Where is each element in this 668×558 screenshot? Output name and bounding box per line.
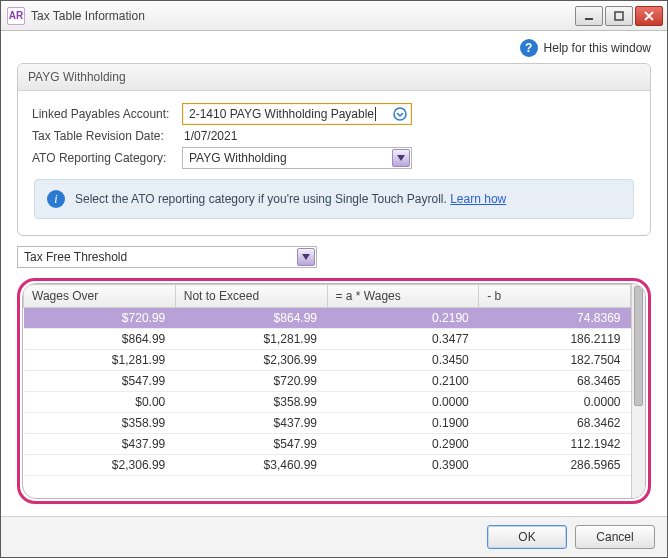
table-cell[interactable]: $720.99 xyxy=(175,371,327,392)
svg-rect-1 xyxy=(615,12,623,20)
ok-button[interactable]: OK xyxy=(487,525,567,549)
table-row[interactable]: $547.99$720.990.210068.3465 xyxy=(24,371,631,392)
linked-account-label: Linked Payables Account: xyxy=(32,107,182,121)
titlebar: AR Tax Table Information xyxy=(1,1,667,31)
vertical-scrollbar[interactable] xyxy=(631,284,645,498)
table-cell[interactable]: 286.5965 xyxy=(479,455,631,476)
content-area: ? Help for this window PAYG Withholding … xyxy=(1,31,667,516)
table-header-row: Wages Over Not to Exceed = a * Wages - b xyxy=(24,285,631,308)
table-row[interactable]: $2,306.99$3,460.990.3900286.5965 xyxy=(24,455,631,476)
table-cell[interactable]: 0.2900 xyxy=(327,434,479,455)
table-cell[interactable]: $2,306.99 xyxy=(175,350,327,371)
linked-account-row: Linked Payables Account: 2-1410 PAYG Wit… xyxy=(32,103,636,125)
table-highlight-frame: Wages Over Not to Exceed = a * Wages - b… xyxy=(17,278,651,504)
table-row[interactable]: $1,281.99$2,306.990.3450182.7504 xyxy=(24,350,631,371)
learn-how-link[interactable]: Learn how xyxy=(450,192,506,206)
table-cell[interactable]: $358.99 xyxy=(175,392,327,413)
chevron-down-icon[interactable] xyxy=(392,149,410,167)
app-icon: AR xyxy=(7,7,25,25)
revision-date-value: 1/07/2021 xyxy=(182,129,237,143)
table-cell[interactable]: $864.99 xyxy=(24,329,176,350)
linked-account-value: 2-1410 PAYG Withholding Payable xyxy=(189,107,374,121)
table-cell[interactable]: 0.2190 xyxy=(327,308,479,329)
table-cell[interactable]: $3,460.99 xyxy=(175,455,327,476)
account-lookup-icon[interactable] xyxy=(392,106,408,122)
scrollbar-thumb[interactable] xyxy=(634,286,643,406)
table-cell[interactable]: 0.3900 xyxy=(327,455,479,476)
table-cell[interactable]: $358.99 xyxy=(24,413,176,434)
ato-category-select[interactable]: PAYG Withholding xyxy=(182,147,412,169)
ato-category-value: PAYG Withholding xyxy=(189,151,287,165)
table-cell[interactable]: 74.8369 xyxy=(479,308,631,329)
help-row: ? Help for this window xyxy=(17,39,651,57)
chevron-down-icon[interactable] xyxy=(297,248,315,266)
revision-date-label: Tax Table Revision Date: xyxy=(32,129,182,143)
table-cell[interactable]: 68.3465 xyxy=(479,371,631,392)
help-icon[interactable]: ? xyxy=(520,39,538,57)
svg-point-2 xyxy=(394,108,406,120)
ato-category-row: ATO Reporting Category: PAYG Withholding xyxy=(32,147,636,169)
tax-table[interactable]: Wages Over Not to Exceed = a * Wages - b… xyxy=(23,284,631,476)
table-cell[interactable]: 186.2119 xyxy=(479,329,631,350)
revision-date-row: Tax Table Revision Date: 1/07/2021 xyxy=(32,129,636,143)
table-cell[interactable]: 182.7504 xyxy=(479,350,631,371)
info-banner-text: Select the ATO reporting category if you… xyxy=(75,192,447,206)
info-icon: i xyxy=(47,190,65,208)
table-cell[interactable]: $1,281.99 xyxy=(175,329,327,350)
table-cell[interactable]: $547.99 xyxy=(24,371,176,392)
table-cell[interactable]: 0.3477 xyxy=(327,329,479,350)
close-icon xyxy=(644,11,654,21)
payg-group-body: Linked Payables Account: 2-1410 PAYG Wit… xyxy=(18,91,650,235)
col-b[interactable]: - b xyxy=(479,285,631,308)
table-cell[interactable]: $437.99 xyxy=(175,413,327,434)
minimize-icon xyxy=(584,11,594,21)
tax-table-container: Wages Over Not to Exceed = a * Wages - b… xyxy=(22,283,646,499)
table-cell[interactable]: $1,281.99 xyxy=(24,350,176,371)
help-link[interactable]: Help for this window xyxy=(544,41,651,55)
table-cell[interactable]: $2,306.99 xyxy=(24,455,176,476)
maximize-icon xyxy=(614,11,624,21)
linked-account-input[interactable]: 2-1410 PAYG Withholding Payable xyxy=(182,103,412,125)
table-cell[interactable]: $720.99 xyxy=(24,308,176,329)
window-title: Tax Table Information xyxy=(31,9,575,23)
window-controls xyxy=(575,6,663,26)
payg-group-title: PAYG Withholding xyxy=(18,64,650,91)
table-cell[interactable]: 0.2100 xyxy=(327,371,479,392)
table-cell[interactable]: $437.99 xyxy=(24,434,176,455)
table-cell[interactable]: 112.1942 xyxy=(479,434,631,455)
col-not-exceed[interactable]: Not to Exceed xyxy=(175,285,327,308)
table-cell[interactable]: 0.0000 xyxy=(327,392,479,413)
table-cell[interactable]: 68.3462 xyxy=(479,413,631,434)
table-row[interactable]: $358.99$437.990.190068.3462 xyxy=(24,413,631,434)
payg-group: PAYG Withholding Linked Payables Account… xyxy=(17,63,651,236)
table-row[interactable]: $720.99$864.990.219074.8369 xyxy=(24,308,631,329)
svg-rect-0 xyxy=(585,18,593,20)
window: AR Tax Table Information ? Help for this… xyxy=(0,0,668,558)
col-wages-over[interactable]: Wages Over xyxy=(24,285,176,308)
table-cell[interactable]: $0.00 xyxy=(24,392,176,413)
text-caret xyxy=(375,107,376,121)
footer: OK Cancel xyxy=(1,516,667,557)
table-cell[interactable]: 0.0000 xyxy=(479,392,631,413)
threshold-value: Tax Free Threshold xyxy=(24,250,127,264)
info-banner: i Select the ATO reporting category if y… xyxy=(34,179,634,219)
ato-category-label: ATO Reporting Category: xyxy=(32,151,182,165)
cancel-button[interactable]: Cancel xyxy=(575,525,655,549)
col-a-wages[interactable]: = a * Wages xyxy=(327,285,479,308)
table-row[interactable]: $864.99$1,281.990.3477186.2119 xyxy=(24,329,631,350)
table-cell[interactable]: 0.1900 xyxy=(327,413,479,434)
maximize-button[interactable] xyxy=(605,6,633,26)
info-banner-text-wrap: Select the ATO reporting category if you… xyxy=(75,192,506,206)
table-row[interactable]: $437.99$547.990.2900112.1942 xyxy=(24,434,631,455)
threshold-select[interactable]: Tax Free Threshold xyxy=(17,246,317,268)
table-cell[interactable]: $864.99 xyxy=(175,308,327,329)
table-cell[interactable]: $547.99 xyxy=(175,434,327,455)
table-row[interactable]: $0.00$358.990.00000.0000 xyxy=(24,392,631,413)
minimize-button[interactable] xyxy=(575,6,603,26)
close-button[interactable] xyxy=(635,6,663,26)
table-cell[interactable]: 0.3450 xyxy=(327,350,479,371)
